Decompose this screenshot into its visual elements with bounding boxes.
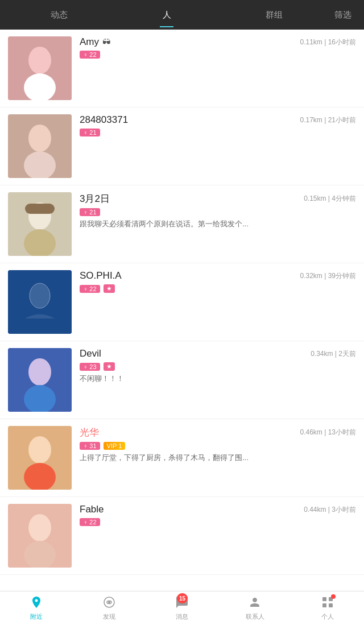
- avatar: [8, 36, 72, 100]
- nearby-icon: [30, 595, 43, 611]
- bottom-nav-contacts[interactable]: 联系人: [218, 592, 291, 624]
- user-tags: ♀ 22★: [80, 284, 356, 293]
- discover-icon: [102, 595, 116, 611]
- user-info: Fable0.44km | 3小时前♀ 22: [80, 504, 356, 529]
- svg-rect-26: [322, 603, 326, 607]
- contacts-icon: [248, 595, 262, 611]
- profile-dot-badge: [331, 594, 336, 599]
- user-distance: 0.44km | 3小时前: [304, 505, 356, 515]
- bottom-nav-nearby[interactable]: 附近: [0, 592, 73, 624]
- user-name: 284803371: [80, 114, 128, 126]
- user-name: SO.PHI.A: [80, 270, 122, 282]
- user-tags: ♀ 23★: [80, 362, 356, 371]
- list-item[interactable]: Devil0.34km | 2天前♀ 23★不闲聊！！！: [0, 341, 364, 419]
- bottom-label-discover: 发现: [103, 612, 115, 621]
- bottom-label-messages: 消息: [176, 612, 188, 621]
- list-item[interactable]: 2848033710.17km | 21小时前♀ 21: [0, 107, 364, 185]
- user-name: 3月2日: [80, 192, 110, 205]
- user-bio: 跟我聊天必须看清两个原则在说话。第一给我发个...: [80, 219, 356, 229]
- list-item[interactable]: SO.PHI.A0.32km | 39分钟前♀ 22★: [0, 263, 364, 341]
- svg-point-1: [28, 47, 51, 74]
- user-name: Fable: [80, 504, 104, 515]
- user-tags: ♀ 31VIP 1: [80, 442, 356, 450]
- user-bio: 不闲聊！！！: [80, 374, 356, 384]
- svg-rect-27: [329, 603, 333, 607]
- list-item[interactable]: Fable0.44km | 3小时前♀ 22: [0, 497, 364, 575]
- user-name: Devil: [80, 348, 101, 359]
- svg-point-4: [28, 125, 51, 152]
- bottom-nav-profile[interactable]: 个人: [291, 592, 364, 624]
- user-list: Amy🕶0.11km | 16小时前♀ 22 2848033710.17km |…: [0, 30, 364, 591]
- user-tags: ♀ 21: [80, 129, 356, 136]
- user-info: 2848033710.17km | 21小时前♀ 21: [80, 114, 356, 139]
- avatar: [8, 426, 72, 490]
- svg-point-19: [28, 514, 51, 541]
- user-distance: 0.11km | 16小时前: [300, 38, 356, 47]
- user-info: 3月2日0.15km | 4分钟前♀ 21跟我聊天必须看清两个原则在说话。第一给…: [80, 192, 356, 229]
- user-tags: ♀ 21: [80, 208, 356, 216]
- list-item[interactable]: 3月2日0.15km | 4分钟前♀ 21跟我聊天必须看清两个原则在说话。第一给…: [0, 185, 364, 263]
- tag-p: ♀ 21: [80, 129, 100, 136]
- avatar: [8, 504, 72, 568]
- user-distance: 0.32km | 39分钟前: [300, 271, 356, 281]
- user-info: 光华0.46km | 13小时前♀ 31VIP 1上得了厅堂，下得了厨房，杀得了…: [80, 426, 356, 463]
- avatar: [8, 348, 72, 412]
- tag-star: ★: [104, 284, 115, 293]
- svg-rect-8: [25, 204, 55, 214]
- svg-point-23: [108, 601, 110, 603]
- sunglasses-icon: 🕶: [102, 38, 110, 47]
- tag-vip: VIP 1: [104, 442, 126, 450]
- bottom-nav-messages[interactable]: 15 消息: [146, 592, 218, 624]
- tag-star: ★: [104, 362, 115, 371]
- tag-p: ♀ 22: [80, 51, 100, 59]
- user-name: Amy🕶: [80, 36, 110, 48]
- svg-rect-24: [322, 597, 326, 601]
- bottom-label-profile: 个人: [321, 612, 334, 621]
- user-info: SO.PHI.A0.32km | 39分钟前♀ 22★: [80, 270, 356, 296]
- svg-point-11: [30, 283, 50, 308]
- tag-p: ♀ 31: [80, 442, 100, 450]
- user-bio: 上得了厅堂，下得了厨房，杀得了木马，翻得了围...: [80, 453, 356, 463]
- user-info: Devil0.34km | 2天前♀ 23★不闲聊！！！: [80, 348, 356, 384]
- tab-people[interactable]: 人: [113, 4, 221, 26]
- svg-point-13: [28, 358, 51, 386]
- bottom-label-nearby: 附近: [30, 612, 43, 621]
- user-distance: 0.34km | 2天前: [311, 349, 356, 359]
- tag-p: ♀ 22: [80, 285, 100, 293]
- bottom-navigation: 附近 发现 15 消息 联系人: [0, 591, 364, 625]
- user-tags: ♀ 22: [80, 51, 356, 59]
- top-navigation: 动态 人 群组 筛选: [0, 0, 364, 30]
- list-item[interactable]: Amy🕶0.11km | 16小时前♀ 22: [0, 30, 364, 107]
- list-item[interactable]: 光华0.46km | 13小时前♀ 31VIP 1上得了厅堂，下得了厨房，杀得了…: [0, 419, 364, 497]
- tab-feed[interactable]: 动态: [6, 4, 113, 26]
- bottom-label-contacts: 联系人: [246, 612, 264, 621]
- user-distance: 0.15km | 4分钟前: [304, 194, 356, 204]
- message-badge: 15: [177, 593, 188, 603]
- svg-point-16: [28, 436, 51, 463]
- tag-p: ♀ 22: [80, 518, 100, 526]
- avatar: [8, 270, 72, 334]
- user-info: Amy🕶0.11km | 16小时前♀ 22: [80, 36, 356, 61]
- user-tags: ♀ 22: [80, 518, 356, 526]
- tag-p: ♀ 21: [80, 208, 100, 216]
- avatar: [8, 192, 72, 256]
- user-name: 光华: [80, 426, 99, 439]
- filter-button[interactable]: 筛选: [328, 4, 358, 26]
- bottom-nav-discover[interactable]: 发现: [73, 592, 146, 624]
- user-distance: 0.17km | 21小时前: [300, 115, 356, 125]
- user-distance: 0.46km | 13小时前: [300, 428, 356, 437]
- avatar: [8, 114, 72, 178]
- tag-p: ♀ 23: [80, 363, 100, 371]
- tab-group[interactable]: 群组: [220, 4, 328, 26]
